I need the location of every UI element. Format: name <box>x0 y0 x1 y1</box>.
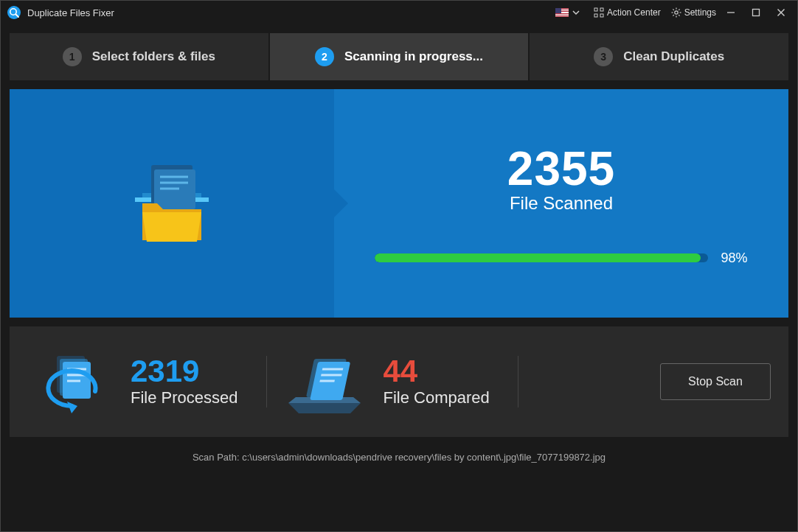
settings-button[interactable]: Settings <box>671 7 716 18</box>
grid-icon <box>594 7 604 18</box>
svg-line-14 <box>673 15 673 15</box>
step-clean-duplicates[interactable]: 3 Clean Duplicates <box>530 33 788 80</box>
folder-scan-icon <box>120 152 223 255</box>
svg-rect-17 <box>753 10 760 16</box>
close-button[interactable] <box>771 2 791 23</box>
minimize-button[interactable] <box>721 2 741 23</box>
scan-illustration-panel <box>10 89 334 318</box>
progress-bar <box>375 253 707 262</box>
step-1-badge: 1 <box>63 47 82 66</box>
scan-stats-panel: 2355 File Scanned 98% <box>334 89 788 318</box>
svg-rect-6 <box>600 14 603 17</box>
maximize-button[interactable] <box>746 2 766 23</box>
scan-path-value: c:\users\admin\downloads\pendrive recove… <box>242 452 606 463</box>
close-icon <box>777 8 785 17</box>
step-select-folders[interactable]: 1 Select folders & files <box>10 33 268 80</box>
scan-path-row: Scan Path: c:\users\admin\downloads\pend… <box>1 446 797 463</box>
step-2-badge: 2 <box>315 47 334 66</box>
progress-bar-wrap: 98% <box>375 251 747 266</box>
svg-line-12 <box>673 9 673 10</box>
action-center-button[interactable]: Action Center <box>594 7 661 18</box>
processed-count: 2319 <box>131 356 238 387</box>
compared-label: File Compared <box>384 388 490 407</box>
refresh-doc-icon <box>27 349 116 415</box>
progress-bar-fill <box>375 253 701 262</box>
divider <box>518 356 518 407</box>
titlebar: Duplicate Files Fixer Action Center Sett… <box>1 1 797 24</box>
files-scanned-count: 2355 <box>507 141 615 196</box>
flag-us-icon <box>555 8 569 17</box>
scan-path-prefix: Scan Path: <box>192 452 242 463</box>
minimize-icon <box>726 8 735 17</box>
compared-count: 44 <box>384 356 490 387</box>
settings-label: Settings <box>684 7 716 18</box>
maximize-icon <box>752 8 760 17</box>
panel-arrow-icon <box>333 189 348 218</box>
step-tabs: 1 Select folders & files 2 Scanning in p… <box>10 33 788 80</box>
stop-scan-button[interactable]: Stop Scan <box>660 363 771 400</box>
compare-doc-icon <box>280 349 369 415</box>
progress-percent: 98% <box>721 251 748 266</box>
action-center-label: Action Center <box>607 7 661 18</box>
svg-line-13 <box>679 15 679 15</box>
processed-label: File Processed <box>131 388 238 407</box>
app-title: Duplicate Files Fixer <box>27 7 114 18</box>
chevron-down-icon <box>572 8 580 17</box>
svg-rect-4 <box>600 8 603 11</box>
svg-rect-5 <box>594 14 597 17</box>
svg-line-15 <box>679 9 679 10</box>
svg-point-7 <box>674 11 677 14</box>
processed-stat: 2319 File Processed <box>116 356 253 407</box>
step-1-label: Select folders & files <box>92 49 215 64</box>
divider <box>266 356 267 407</box>
step-3-label: Clean Duplicates <box>623 49 724 64</box>
step-scanning[interactable]: 2 Scanning in progress... <box>270 33 529 80</box>
stats-row: 2319 File Processed 44 File Compared S <box>10 326 788 437</box>
scan-panel: 2355 File Scanned 98% <box>10 89 788 318</box>
files-scanned-label: File Scanned <box>510 193 613 214</box>
step-3-badge: 3 <box>594 47 613 66</box>
svg-rect-3 <box>594 8 597 11</box>
svg-marker-34 <box>288 403 361 413</box>
app-logo-icon <box>7 5 21 20</box>
compared-stat: 44 File Compared <box>369 356 504 407</box>
app-window: Duplicate Files Fixer Action Center Sett… <box>0 0 798 532</box>
gear-icon <box>671 7 681 18</box>
step-2-label: Scanning in progress... <box>344 49 483 64</box>
language-selector[interactable] <box>555 8 583 17</box>
